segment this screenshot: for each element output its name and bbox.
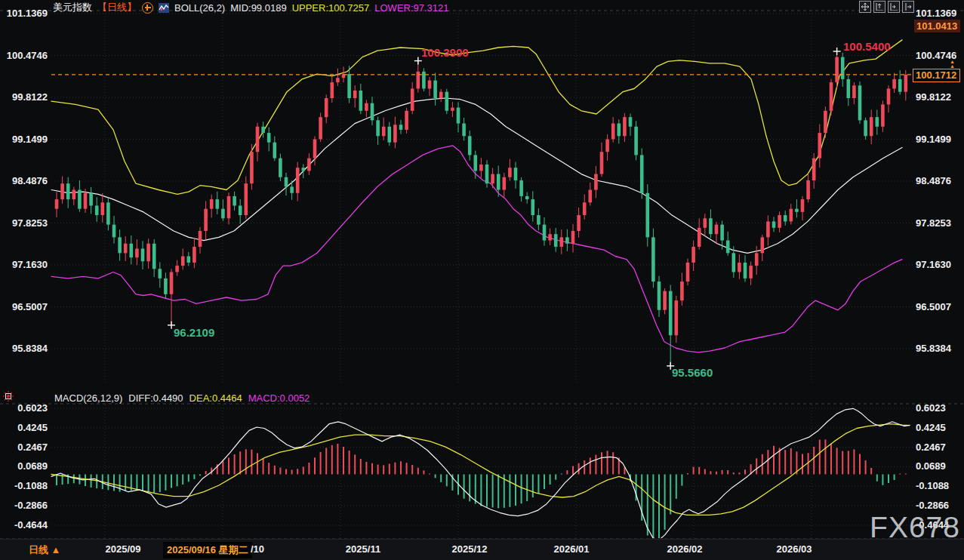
macd-axis-label: 0.4245 bbox=[17, 422, 48, 434]
macd-axis-label: -0.2866 bbox=[916, 500, 949, 512]
partial-month-label: /10 bbox=[251, 543, 264, 555]
price-axis-label: 97.1630 bbox=[12, 259, 48, 271]
macd-diff-value: DIFF:0.4490 bbox=[128, 392, 183, 404]
page-forward-icon[interactable] bbox=[902, 1, 914, 13]
macd-header: MACD(26,12,9) DIFF:0.4490 DEA:0.4464 MAC… bbox=[54, 392, 310, 404]
macd-axis-label: 0.2467 bbox=[916, 442, 946, 454]
chart-header: 美元指数 【日线】 BOLL(26,2) MID:99.0189 UPPER:1… bbox=[53, 2, 449, 14]
price-axis-label: 95.8384 bbox=[12, 343, 48, 355]
svg-text:96.2109: 96.2109 bbox=[174, 326, 214, 339]
macd-axis-label: 0.2467 bbox=[17, 442, 48, 454]
boll-label[interactable]: BOLL(26,2) bbox=[174, 2, 225, 14]
price-alert-marker-icon: ▲▲ bbox=[950, 60, 955, 69]
svg-text:95.5660: 95.5660 bbox=[672, 366, 713, 379]
macd-axis-label: -0.4644 bbox=[14, 519, 48, 531]
high-price-tag: 101.0413 bbox=[914, 20, 960, 32]
price-axis-label: 98.4876 bbox=[916, 175, 951, 187]
macd-axis-label: 0.0689 bbox=[17, 460, 48, 472]
boll-lower-value: LOWER:97.3121 bbox=[374, 2, 448, 14]
macd-signal-icon[interactable] bbox=[3, 391, 14, 405]
macd-axis-label: 0.6023 bbox=[17, 402, 48, 414]
price-axis-label: 97.1630 bbox=[916, 259, 951, 271]
boll-bands-layer bbox=[51, 40, 902, 352]
candles-layer bbox=[55, 51, 907, 366]
price-axis-label: 101.1369 bbox=[916, 8, 956, 20]
time-axis-label: 2025/11 bbox=[346, 543, 380, 555]
price-axis-label: 95.8384 bbox=[916, 343, 951, 355]
symbol-name: 美元指数 bbox=[53, 1, 92, 14]
macd-axis-label: -0.2866 bbox=[14, 500, 48, 512]
macd-histogram-layer bbox=[57, 439, 906, 542]
price-axis-label: 98.4876 bbox=[12, 175, 48, 187]
time-axis-label: 2026/03 bbox=[777, 543, 812, 555]
watermark: FX678 bbox=[870, 511, 960, 544]
price-axis-label: 97.8253 bbox=[916, 217, 951, 229]
price-axis-label: 96.5007 bbox=[12, 301, 48, 313]
svg-text:100.5400: 100.5400 bbox=[843, 40, 891, 53]
boll-mid-value: MID:99.0189 bbox=[230, 2, 286, 14]
price-axis-label: 99.8122 bbox=[916, 91, 951, 103]
macd-axis-label: 0.4245 bbox=[916, 422, 946, 434]
period-tag[interactable]: 【日线】 bbox=[97, 1, 137, 14]
price-axis-label: 99.1499 bbox=[12, 134, 48, 146]
svg-text:100.3900: 100.3900 bbox=[421, 46, 469, 59]
price-axis-label: 101.1369 bbox=[7, 8, 48, 20]
macd-axis-label: -0.1088 bbox=[916, 480, 949, 492]
boll-indicator-icon[interactable] bbox=[159, 3, 169, 13]
macd-title[interactable]: MACD(26,12,9) bbox=[54, 392, 122, 404]
crosshair-date-tooltip: 2025/09/16 星期二 bbox=[163, 542, 252, 558]
chart-app: 100.3900100.540096.210995.5660 美元指数 【日线】… bbox=[0, 0, 964, 560]
pan-icon[interactable] bbox=[859, 1, 871, 13]
annotations-layer: 100.3900100.540096.210995.5660 bbox=[168, 40, 891, 379]
price-axis-label: 99.1499 bbox=[916, 134, 951, 146]
price-axis-label: 100.4746 bbox=[7, 50, 48, 62]
macd-axis-label: 0.0689 bbox=[916, 460, 946, 472]
macd-hist-value: MACD:0.0052 bbox=[248, 392, 310, 404]
price-axis-label: 99.8122 bbox=[12, 91, 48, 103]
last-price-tag: 100.1712 bbox=[913, 69, 960, 82]
time-axis-label: 2025/12 bbox=[452, 543, 488, 555]
boll-upper-value: UPPER:100.7257 bbox=[292, 2, 370, 14]
period-selector[interactable]: 日线 ▲ bbox=[29, 543, 60, 557]
compress-axis-icon[interactable] bbox=[873, 1, 885, 13]
time-axis-bar: 日线 ▲ 2025/09/16 星期二 /10 2025/092025/1120… bbox=[0, 539, 964, 560]
expand-axis-icon[interactable] bbox=[888, 1, 900, 13]
price-axis-label: 96.5007 bbox=[916, 301, 951, 313]
price-macd-chart-canvas[interactable]: 100.3900100.540096.210995.5660 bbox=[0, 0, 964, 560]
time-axis-label: 2026/02 bbox=[667, 543, 703, 555]
macd-axis-label: -0.1088 bbox=[14, 480, 48, 492]
time-axis-label: 2025/09 bbox=[106, 543, 141, 555]
macd-axis-label: 0.6023 bbox=[916, 402, 946, 414]
macd-dea-value: DEA:0.4464 bbox=[189, 392, 242, 404]
circle-plus-icon[interactable] bbox=[142, 2, 153, 14]
time-axis-label: 2026/01 bbox=[554, 543, 590, 555]
price-axis-label: 97.8253 bbox=[12, 217, 48, 229]
chart-toolbar bbox=[859, 1, 914, 13]
